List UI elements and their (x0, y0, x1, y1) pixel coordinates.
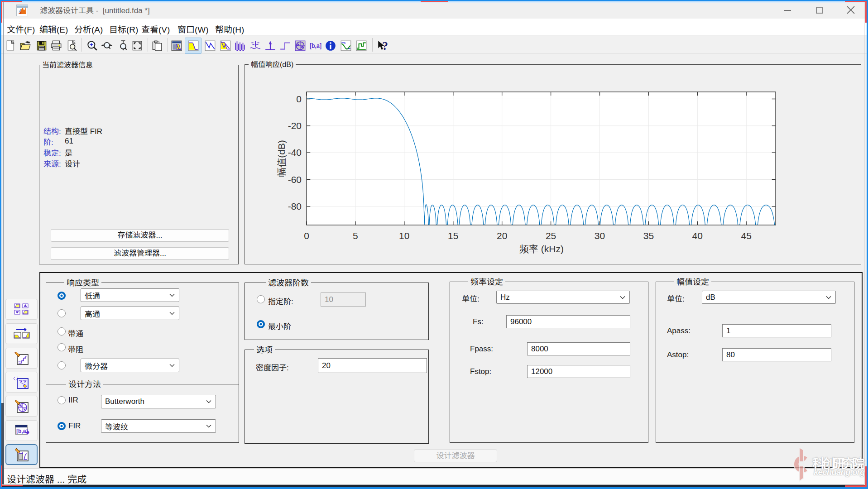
svg-text:-20: -20 (288, 120, 302, 131)
svg-text:20: 20 (497, 230, 507, 241)
svg-text:10: 10 (399, 230, 409, 241)
svg-text:-60: -60 (288, 174, 302, 185)
svg-text:40: 40 (692, 230, 703, 241)
svg-text:35: 35 (643, 230, 654, 241)
svg-text:25: 25 (546, 230, 556, 241)
svg-text:15: 15 (448, 230, 458, 241)
svg-text:0: 0 (296, 94, 302, 104)
svg-text:0: 0 (304, 230, 309, 241)
svg-text:-40: -40 (288, 147, 302, 158)
svg-text:5: 5 (353, 230, 358, 241)
svg-text:45: 45 (741, 230, 752, 241)
svg-text:频率 (kHz): 频率 (kHz) (519, 244, 564, 254)
svg-text:-80: -80 (288, 201, 302, 211)
svg-text:30: 30 (595, 230, 605, 241)
svg-text:幅值(dB): 幅值(dB) (276, 140, 287, 177)
